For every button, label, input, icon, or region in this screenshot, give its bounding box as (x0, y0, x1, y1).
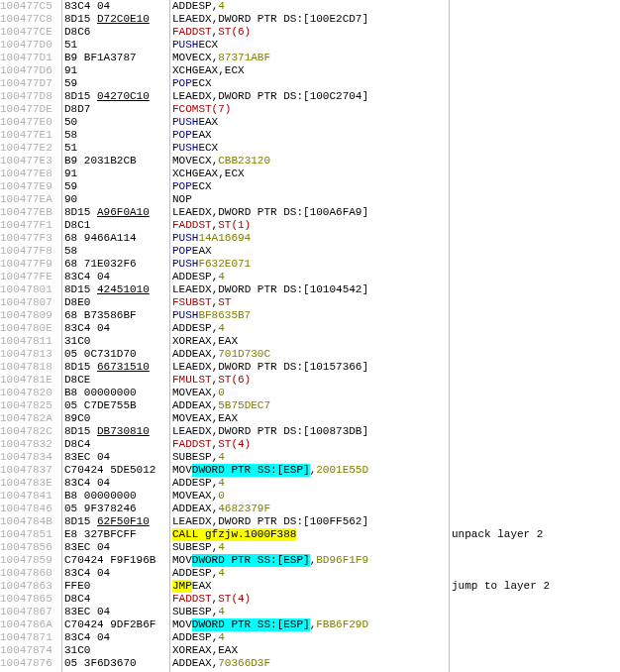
operand-immediate: 4 (218, 271, 225, 283)
disasm-row[interactable]: 100477DED8D7FCOM ST(7) (0, 103, 620, 116)
instruction: MOV DWORD PTR SS:[ESP],FBB6F29D (172, 618, 450, 631)
operand-register: ESP (192, 606, 212, 618)
disasm-row[interactable]: 100477D759POP ECX (0, 77, 620, 90)
mnemonic: LEA (172, 361, 192, 374)
comment (452, 193, 620, 206)
disasm-row[interactable]: 100477EA90NOP (0, 193, 620, 206)
mnemonic: NOP (172, 193, 192, 206)
disasm-row[interactable]: 100477E3B9 2031B2CBMOV ECX,CBB23120 (0, 155, 620, 168)
disasm-row[interactable]: 1004787431C0XOR EAX,EAX (0, 644, 620, 657)
operand-register: EDX (192, 425, 212, 438)
operand-register: EAX (192, 657, 212, 670)
disasm-row[interactable]: 100478018D15 42451010LEA EDX,DWORD PTR D… (0, 283, 620, 296)
disasm-row[interactable]: 100477F968 71E032F6PUSH F632E071 (0, 258, 620, 271)
disasm-row[interactable]: 100477E891XCHG EAX,ECX (0, 168, 620, 180)
operand-register: ECX (198, 142, 218, 155)
comment (452, 155, 620, 168)
comment (452, 554, 620, 567)
comment: jump to layer 2 (452, 580, 620, 593)
disasm-row[interactable]: 100478188D15 66731510LEA EDX,DWORD PTR D… (0, 361, 620, 374)
disasm-row[interactable]: 1004782A89C0MOV EAX,EAX (0, 412, 620, 425)
disasm-row[interactable]: 1004780E83C4 04ADD ESP,4 (0, 322, 620, 335)
disasm-row[interactable]: 1004786083C4 04ADD ESP,4 (0, 567, 620, 580)
disassembly-listing: 100477C583C4 04ADD ESP,4100477C88D15 D72… (0, 0, 620, 672)
disasm-row[interactable]: 10047832D8C4FADD ST,ST(4) (0, 438, 620, 451)
disasm-row[interactable]: 100477FE83C4 04ADD ESP,4 (0, 271, 620, 283)
comment (452, 116, 620, 129)
disasm-row[interactable]: 10047837C70424 5DE5012MOV DWORD PTR SS:[… (0, 464, 620, 477)
hex-bytes: FFE0 (64, 580, 170, 593)
disasm-row[interactable]: 100477EB8D15 A96F0A10LEA EDX,DWORD PTR D… (0, 206, 620, 219)
mnemonic: ADD (172, 477, 192, 490)
instruction: FADD ST,ST(4) (172, 593, 450, 606)
disasm-row[interactable]: 1004781305 0C731D70ADD EAX,701D730C (0, 348, 620, 361)
disasm-row[interactable]: 10047841B8 00000000MOV EAX,0 (0, 490, 620, 503)
operand-immediate: 4 (218, 567, 225, 580)
hex-bytes: 8D15 42451010 (64, 283, 170, 296)
disasm-row[interactable]: 100477C88D15 D72C0E10LEA EDX,DWORD PTR D… (0, 13, 620, 26)
disasm-row[interactable]: 1004781ED8CEFMUL ST,ST(6) (0, 374, 620, 387)
mnemonic: LEA (172, 283, 192, 296)
disasm-row[interactable]: 1004783E83C4 04ADD ESP,4 (0, 477, 620, 490)
mnemonic: MOV (172, 155, 192, 168)
disasm-row[interactable]: 100477F858POP EAX (0, 245, 620, 258)
operand-immediate: 4 (218, 631, 225, 644)
disasm-row[interactable]: 10047865D8C4FADD ST,ST(4) (0, 593, 620, 606)
disasm-row[interactable]: 1004784605 9F378246ADD EAX,4682379F (0, 503, 620, 515)
disasm-row[interactable]: 1004787605 3F6D3670ADD EAX,70366D3F (0, 657, 620, 670)
disasm-row[interactable]: 100477D691XCHG EAX,ECX (0, 64, 620, 77)
hex-bytes: 58 (64, 245, 170, 258)
operand-register: EAX (192, 644, 212, 657)
operand-fpu: ST (198, 593, 211, 606)
disasm-row[interactable]: 10047820B8 00000000MOV EAX,0 (0, 387, 620, 399)
disasm-row[interactable]: 100477F368 9466A114PUSH 14A16694 (0, 232, 620, 245)
address: 10047841 (0, 490, 62, 503)
disasm-row[interactable]: 100477E959POP ECX (0, 180, 620, 193)
disasm-row[interactable]: 100477CED8C6FADD ST,ST(6) (0, 26, 620, 39)
operand-register: EDX (192, 361, 212, 374)
disasm-row[interactable]: 1004785683EC 04SUB ESP,4 (0, 541, 620, 554)
disasm-row[interactable]: 100477D88D15 04270C10LEA EDX,DWORD PTR D… (0, 90, 620, 103)
disasm-row[interactable]: 10047851E8 327BFCFFCALL gfzjw.1000F388un… (0, 528, 620, 541)
disasm-row[interactable]: 10047863FFE0JMP EAXjump to layer 2 (0, 580, 620, 593)
disasm-row[interactable]: 100477E158POP EAX (0, 129, 620, 142)
address: 10047859 (0, 554, 62, 567)
disasm-row[interactable]: 1004784B8D15 62F50F10LEA EDX,DWORD PTR D… (0, 515, 620, 528)
disasm-row[interactable]: 1004783483EC 04SUB ESP,4 (0, 451, 620, 464)
comment (452, 387, 620, 399)
disasm-row[interactable]: 1004781131C0XOR EAX,EAX (0, 335, 620, 348)
operand: EAX (192, 580, 212, 593)
mnemonic: FADD (172, 438, 198, 451)
disasm-row[interactable]: 100477D1B9 BF1A3787MOV ECX,87371ABF (0, 52, 620, 64)
disasm-row[interactable]: 1004782505 C7DE755BADD EAX,5B75DEC7 (0, 399, 620, 412)
comment (452, 438, 620, 451)
disasm-row[interactable]: 1004782C8D15 DB730810LEA EDX,DWORD PTR D… (0, 425, 620, 438)
disasm-row[interactable]: 100477F1D8C1FADD ST,ST(1) (0, 219, 620, 232)
disasm-row[interactable]: 10047859C70424 F9F196BMOV DWORD PTR SS:[… (0, 554, 620, 567)
operand-fpu: ST(7) (198, 103, 231, 116)
disasm-row[interactable]: 100477E050PUSH EAX (0, 116, 620, 129)
disasm-row[interactable]: 100477D051PUSH ECX (0, 39, 620, 52)
instruction: LEA EDX,DWORD PTR DS:[10104542] (172, 283, 450, 296)
comment (452, 644, 620, 657)
mnemonic: POP (172, 77, 192, 90)
disasm-row[interactable]: 100477E251PUSH ECX (0, 142, 620, 155)
address: 100477F3 (0, 232, 62, 245)
disasm-row[interactable]: 1004786783EC 04SUB ESP,4 (0, 606, 620, 618)
operand-immediate: 14A16694 (198, 232, 251, 245)
disasm-row[interactable]: 1004786AC70424 9DF2B6FMOV DWORD PTR SS:[… (0, 618, 620, 631)
operand-fpu: ST (198, 374, 211, 387)
instruction: XOR EAX,EAX (172, 335, 450, 348)
mnemonic: LEA (172, 13, 192, 26)
disasm-row[interactable]: 100477C583C4 04ADD ESP,4 (0, 0, 620, 13)
disasm-row[interactable]: 1004787183C4 04ADD ESP,4 (0, 631, 620, 644)
operand-register: EDX (192, 13, 212, 26)
operand-stack: DWORD PTR SS:[ESP] (192, 464, 310, 477)
disasm-row[interactable]: 10047807D8E0FSUB ST,ST (0, 296, 620, 309)
disasm-row[interactable]: 1004780968 B73586BFPUSH BF8635B7 (0, 309, 620, 322)
operand-register: ESP (192, 541, 212, 554)
call-target[interactable]: CALL gfzjw.1000F388 (172, 528, 296, 541)
operand-register: ECX (225, 168, 245, 180)
comment (452, 425, 620, 438)
operand-register: EDX (192, 90, 212, 103)
